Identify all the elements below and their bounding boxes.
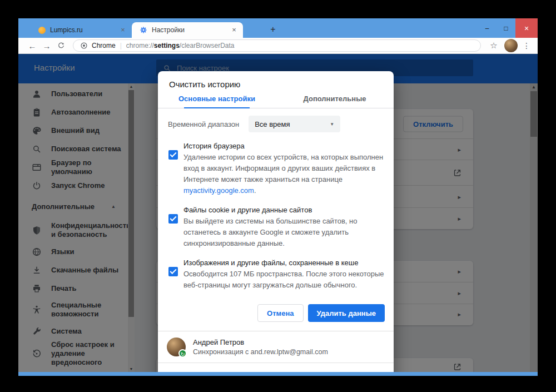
close-button[interactable]: × [515,18,538,38]
option-cookies: Файлы cookie и другие данные сайтов Вы в… [167,205,385,249]
bookmark-star-icon[interactable]: ☆ [487,41,501,51]
tab-basic[interactable]: Основные настройки [158,95,276,108]
dropdown-arrow-icon: ▼ [330,122,334,127]
profile-avatar[interactable] [504,39,518,52]
browser-toolbar: ← → Chrome | chrome://settings/clearBrow… [18,38,538,54]
tab-advanced[interactable]: Дополнительные [276,95,394,108]
page-info-icon[interactable] [80,42,88,49]
tab-lumpics[interactable]: Lumpics.ru × [31,22,132,38]
browsing-history-checkbox[interactable] [168,150,178,160]
dialog-title: Очистить историю [158,71,394,95]
sync-badge-icon: ↻ [178,349,187,358]
account-name: Андрей Петров [193,338,328,346]
cancel-button[interactable]: Отмена [257,304,303,322]
search-engine-label: Chrome [92,42,116,49]
gear-icon [140,26,147,34]
reload-icon[interactable] [54,42,68,49]
forward-icon[interactable]: → [39,41,54,51]
option-browsing-history: История браузера Удаление истории со все… [167,141,385,196]
dialog-tabs: Основные настройки Дополнительные [158,95,394,108]
tab-close-icon[interactable]: × [118,26,127,34]
settings-page: Настройки Поиск настроек Пользователи Ав… [18,54,538,372]
tab-settings[interactable]: Настройки × [132,22,243,38]
lumpics-favicon-icon [38,27,46,34]
delete-data-button[interactable]: Удалить данные [308,304,385,322]
account-row: ↻ Андрей Петров Синхронизация с and.rew.… [158,331,394,363]
minimize-button[interactable]: – [478,18,497,38]
back-icon[interactable]: ← [25,41,39,51]
account-avatar: ↻ [167,338,186,356]
browser-window: Lumpics.ru × Настройки × + – [18,18,538,376]
dialog-footer: Чтобы удалить данные о работе в браузере… [158,363,394,372]
myactivity-link[interactable]: myactivity.google.com [183,186,254,195]
time-range-label: Временной диапазон [168,120,239,128]
tab-close-icon[interactable]: × [230,26,239,34]
tab-title: Настройки [152,26,230,34]
url-text: chrome://settings/clearBrowserData [126,42,235,49]
omnibox-separator: | [120,42,122,49]
time-range-select[interactable]: Все время ▼ [249,116,340,132]
address-bar[interactable]: Chrome | chrome://settings/clearBrowserD… [73,39,481,52]
cache-checkbox[interactable] [168,267,178,276]
titlebar: Lumpics.ru × Настройки × + – [18,18,538,38]
account-sync-status: Синхронизация с and.rew.lptw@gmail.com [193,348,328,356]
clear-browsing-data-dialog: Очистить историю Основные настройки Допо… [158,71,394,372]
tab-title: Lumpics.ru [50,26,118,34]
option-cached-files: Изображения и другие файлы, сохраненные … [167,257,385,291]
browser-menu-icon[interactable]: ⋮ [521,41,532,50]
maximize-button[interactable]: □ [497,18,515,38]
cookies-checkbox[interactable] [168,214,178,224]
new-tab-button[interactable]: + [266,24,280,36]
